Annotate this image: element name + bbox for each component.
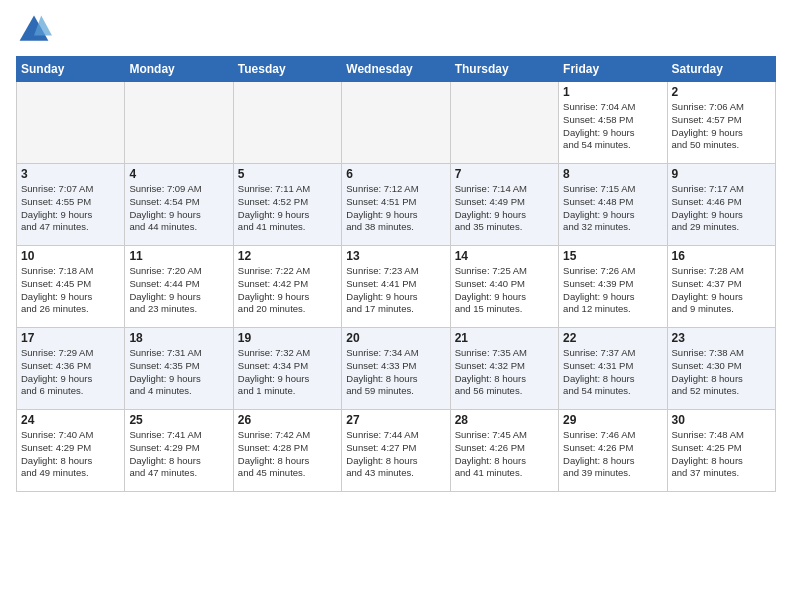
table-cell: 14Sunrise: 7:25 AMSunset: 4:40 PMDayligh… [450,246,558,328]
table-cell: 16Sunrise: 7:28 AMSunset: 4:37 PMDayligh… [667,246,775,328]
day-info: Sunrise: 7:44 AMSunset: 4:27 PMDaylight:… [346,429,445,480]
col-wednesday: Wednesday [342,57,450,82]
day-number: 27 [346,413,445,427]
table-cell: 1Sunrise: 7:04 AMSunset: 4:58 PMDaylight… [559,82,667,164]
day-info: Sunrise: 7:40 AMSunset: 4:29 PMDaylight:… [21,429,120,480]
table-cell: 22Sunrise: 7:37 AMSunset: 4:31 PMDayligh… [559,328,667,410]
calendar-week-5: 24Sunrise: 7:40 AMSunset: 4:29 PMDayligh… [17,410,776,492]
table-cell: 18Sunrise: 7:31 AMSunset: 4:35 PMDayligh… [125,328,233,410]
day-info: Sunrise: 7:48 AMSunset: 4:25 PMDaylight:… [672,429,771,480]
table-cell: 20Sunrise: 7:34 AMSunset: 4:33 PMDayligh… [342,328,450,410]
table-cell: 9Sunrise: 7:17 AMSunset: 4:46 PMDaylight… [667,164,775,246]
table-cell [17,82,125,164]
day-info: Sunrise: 7:15 AMSunset: 4:48 PMDaylight:… [563,183,662,234]
day-number: 23 [672,331,771,345]
day-number: 22 [563,331,662,345]
day-number: 30 [672,413,771,427]
table-cell: 30Sunrise: 7:48 AMSunset: 4:25 PMDayligh… [667,410,775,492]
day-info: Sunrise: 7:17 AMSunset: 4:46 PMDaylight:… [672,183,771,234]
day-info: Sunrise: 7:26 AMSunset: 4:39 PMDaylight:… [563,265,662,316]
table-cell: 3Sunrise: 7:07 AMSunset: 4:55 PMDaylight… [17,164,125,246]
day-number: 6 [346,167,445,181]
day-number: 5 [238,167,337,181]
day-number: 10 [21,249,120,263]
table-cell: 2Sunrise: 7:06 AMSunset: 4:57 PMDaylight… [667,82,775,164]
table-cell: 12Sunrise: 7:22 AMSunset: 4:42 PMDayligh… [233,246,341,328]
day-number: 25 [129,413,228,427]
table-cell: 19Sunrise: 7:32 AMSunset: 4:34 PMDayligh… [233,328,341,410]
day-info: Sunrise: 7:09 AMSunset: 4:54 PMDaylight:… [129,183,228,234]
day-number: 13 [346,249,445,263]
day-number: 24 [21,413,120,427]
day-number: 14 [455,249,554,263]
col-tuesday: Tuesday [233,57,341,82]
calendar-header-row: Sunday Monday Tuesday Wednesday Thursday… [17,57,776,82]
day-info: Sunrise: 7:34 AMSunset: 4:33 PMDaylight:… [346,347,445,398]
day-info: Sunrise: 7:25 AMSunset: 4:40 PMDaylight:… [455,265,554,316]
table-cell: 17Sunrise: 7:29 AMSunset: 4:36 PMDayligh… [17,328,125,410]
day-info: Sunrise: 7:28 AMSunset: 4:37 PMDaylight:… [672,265,771,316]
calendar-week-2: 3Sunrise: 7:07 AMSunset: 4:55 PMDaylight… [17,164,776,246]
day-number: 19 [238,331,337,345]
table-cell: 10Sunrise: 7:18 AMSunset: 4:45 PMDayligh… [17,246,125,328]
day-number: 18 [129,331,228,345]
col-friday: Friday [559,57,667,82]
day-number: 8 [563,167,662,181]
day-info: Sunrise: 7:12 AMSunset: 4:51 PMDaylight:… [346,183,445,234]
day-info: Sunrise: 7:42 AMSunset: 4:28 PMDaylight:… [238,429,337,480]
day-number: 15 [563,249,662,263]
col-saturday: Saturday [667,57,775,82]
day-number: 21 [455,331,554,345]
table-cell: 6Sunrise: 7:12 AMSunset: 4:51 PMDaylight… [342,164,450,246]
logo-icon [16,12,52,48]
day-info: Sunrise: 7:22 AMSunset: 4:42 PMDaylight:… [238,265,337,316]
calendar-week-4: 17Sunrise: 7:29 AMSunset: 4:36 PMDayligh… [17,328,776,410]
table-cell: 28Sunrise: 7:45 AMSunset: 4:26 PMDayligh… [450,410,558,492]
table-cell: 5Sunrise: 7:11 AMSunset: 4:52 PMDaylight… [233,164,341,246]
day-number: 16 [672,249,771,263]
day-info: Sunrise: 7:04 AMSunset: 4:58 PMDaylight:… [563,101,662,152]
day-number: 29 [563,413,662,427]
day-number: 11 [129,249,228,263]
calendar-week-3: 10Sunrise: 7:18 AMSunset: 4:45 PMDayligh… [17,246,776,328]
day-number: 7 [455,167,554,181]
day-info: Sunrise: 7:07 AMSunset: 4:55 PMDaylight:… [21,183,120,234]
day-info: Sunrise: 7:45 AMSunset: 4:26 PMDaylight:… [455,429,554,480]
table-cell: 26Sunrise: 7:42 AMSunset: 4:28 PMDayligh… [233,410,341,492]
day-info: Sunrise: 7:35 AMSunset: 4:32 PMDaylight:… [455,347,554,398]
day-number: 12 [238,249,337,263]
table-cell: 23Sunrise: 7:38 AMSunset: 4:30 PMDayligh… [667,328,775,410]
table-cell: 7Sunrise: 7:14 AMSunset: 4:49 PMDaylight… [450,164,558,246]
day-number: 2 [672,85,771,99]
day-info: Sunrise: 7:31 AMSunset: 4:35 PMDaylight:… [129,347,228,398]
page: Sunday Monday Tuesday Wednesday Thursday… [0,0,792,612]
day-number: 28 [455,413,554,427]
col-thursday: Thursday [450,57,558,82]
day-info: Sunrise: 7:29 AMSunset: 4:36 PMDaylight:… [21,347,120,398]
day-number: 20 [346,331,445,345]
table-cell: 27Sunrise: 7:44 AMSunset: 4:27 PMDayligh… [342,410,450,492]
day-info: Sunrise: 7:32 AMSunset: 4:34 PMDaylight:… [238,347,337,398]
col-sunday: Sunday [17,57,125,82]
day-info: Sunrise: 7:46 AMSunset: 4:26 PMDaylight:… [563,429,662,480]
table-cell [125,82,233,164]
day-number: 17 [21,331,120,345]
table-cell [450,82,558,164]
day-info: Sunrise: 7:06 AMSunset: 4:57 PMDaylight:… [672,101,771,152]
day-info: Sunrise: 7:38 AMSunset: 4:30 PMDaylight:… [672,347,771,398]
table-cell: 13Sunrise: 7:23 AMSunset: 4:41 PMDayligh… [342,246,450,328]
day-info: Sunrise: 7:41 AMSunset: 4:29 PMDaylight:… [129,429,228,480]
day-info: Sunrise: 7:37 AMSunset: 4:31 PMDaylight:… [563,347,662,398]
logo [16,12,54,48]
table-cell: 8Sunrise: 7:15 AMSunset: 4:48 PMDaylight… [559,164,667,246]
header [16,12,776,48]
table-cell [342,82,450,164]
day-number: 1 [563,85,662,99]
day-info: Sunrise: 7:20 AMSunset: 4:44 PMDaylight:… [129,265,228,316]
col-monday: Monday [125,57,233,82]
day-info: Sunrise: 7:14 AMSunset: 4:49 PMDaylight:… [455,183,554,234]
day-info: Sunrise: 7:23 AMSunset: 4:41 PMDaylight:… [346,265,445,316]
table-cell: 15Sunrise: 7:26 AMSunset: 4:39 PMDayligh… [559,246,667,328]
day-number: 26 [238,413,337,427]
table-cell: 24Sunrise: 7:40 AMSunset: 4:29 PMDayligh… [17,410,125,492]
